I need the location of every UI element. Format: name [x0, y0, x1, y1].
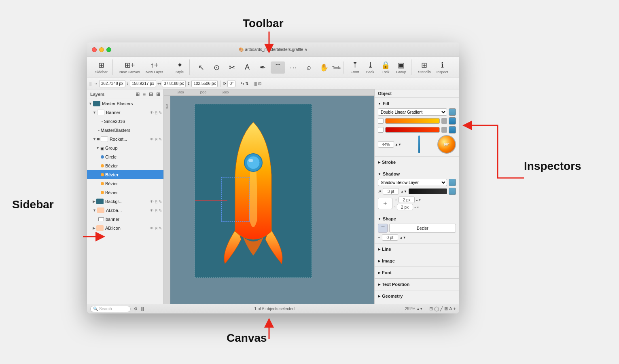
connect-tool[interactable]: ⋯ — [286, 62, 301, 73]
gradient-angle-dial[interactable]: 90° — [437, 135, 456, 154]
gradient-bar-orange[interactable] — [385, 118, 440, 124]
layer-abba[interactable]: ▼ AB:ba... 👁 ⎘ ✎ — [87, 206, 163, 215]
layer-background[interactable]: ▶ Backgr... 👁 ⎘ ✎ — [87, 197, 163, 206]
select-tool[interactable]: ↖ — [194, 62, 208, 73]
eye-icon6[interactable]: 👁 — [150, 208, 154, 213]
bt-icon4[interactable]: ⊠ — [444, 306, 448, 311]
layer-bezier4[interactable]: Bézier — [87, 188, 163, 197]
clip-tool[interactable]: ✂ — [225, 62, 239, 73]
font-header[interactable]: ▶ Font — [375, 269, 459, 277]
layers-icon2[interactable]: ≡ — [143, 91, 146, 97]
stroke-header[interactable]: ▶ Stroke — [375, 158, 459, 166]
zoom-stepper[interactable]: ▲▼ — [416, 307, 423, 311]
canvas-background[interactable] — [170, 96, 374, 304]
x-field[interactable]: 362.7348 px — [99, 80, 125, 87]
close-button[interactable] — [92, 47, 97, 52]
text-tool[interactable]: A — [240, 62, 254, 73]
shadow-x-value[interactable]: 2 px — [399, 197, 415, 203]
sidebar-toggle[interactable]: ||| — [141, 307, 144, 311]
new-layer-button[interactable]: ↑+ New Layer — [143, 60, 165, 75]
lock-icon5[interactable]: ⎘ — [155, 199, 157, 204]
lasso-tool[interactable]: ⊙ — [209, 62, 224, 73]
eye-icon5[interactable]: 👁 — [150, 199, 154, 204]
lock-icon2[interactable]: ⎘ — [155, 110, 157, 115]
layer-bezier-selected[interactable]: Bézier — [87, 170, 163, 179]
layer-abicon[interactable]: ▶ AB:icon 👁 ⎘ ✎ — [87, 224, 163, 233]
angle-field[interactable]: 0° — [227, 80, 235, 87]
lock-icon3[interactable]: ⎘ — [155, 137, 157, 142]
front-button[interactable]: ⤒ Front — [348, 59, 362, 75]
back-button[interactable]: ⤓ Back — [363, 59, 377, 75]
gear-icon[interactable]: ⚙ — [134, 307, 138, 311]
shadow-type-select[interactable]: Shadow Below Layer — [378, 179, 447, 186]
pen-tool[interactable]: ✒ — [255, 62, 270, 73]
gradient-bar-red[interactable] — [385, 127, 440, 133]
fill-percent-value[interactable]: 44% — [378, 141, 394, 148]
image-header[interactable]: ▶ Image — [375, 257, 459, 265]
shadow-y-value[interactable]: 2 px — [397, 204, 413, 210]
bt-icon5[interactable]: A — [449, 306, 452, 311]
shadow-type-btn[interactable] — [449, 179, 456, 186]
layer-group[interactable]: ▼ ▣ Group — [87, 144, 163, 152]
new-canvas-button[interactable]: ⊞+ New Canvas — [117, 59, 142, 75]
shadow-size-value[interactable]: 3 pt — [383, 188, 399, 195]
line-header[interactable]: ▶ Line — [375, 245, 459, 253]
layer-circle[interactable]: Circle — [87, 152, 163, 161]
lock-icon6[interactable]: ⎘ — [155, 208, 157, 213]
stencils-button[interactable]: ⊞ Stencils — [415, 59, 433, 75]
layer-bezier1[interactable]: Bézier — [87, 161, 163, 170]
eye-icon3[interactable]: 👁 — [150, 137, 154, 142]
shadow-x-spinners[interactable]: ▲▼ — [415, 199, 421, 201]
shadow-y-spinners[interactable]: ▲▼ — [414, 206, 420, 209]
lock-button[interactable]: 🔒 Lock — [378, 59, 393, 75]
layer-bezier3[interactable]: Bézier — [87, 179, 163, 188]
bezier-shape-label[interactable]: Bezier — [389, 224, 456, 233]
artboard[interactable] — [195, 104, 312, 278]
edit-icon3[interactable]: ✎ — [159, 137, 162, 142]
y-field[interactable]: 158.9217 px — [130, 80, 156, 87]
group-button[interactable]: ▣ Group — [394, 59, 409, 75]
bt-icon3[interactable]: ╱ — [440, 306, 443, 311]
edit-icon5[interactable]: ✎ — [159, 199, 162, 204]
corner-spinners[interactable]: ▲▼ — [400, 236, 406, 239]
shadow-header[interactable]: ▼ Shadow — [375, 170, 459, 178]
edit-icon6[interactable]: ✎ — [159, 208, 162, 213]
layer-master-blasters[interactable]: ▼ Master Blasters — [87, 99, 163, 108]
bt-icon6[interactable]: + — [454, 306, 456, 311]
canvas-area[interactable]: |400|500|600 200 — [164, 89, 374, 304]
h-field[interactable]: 102.5506 px — [191, 80, 218, 87]
fill-color-btn1[interactable] — [449, 117, 456, 125]
inspect-button[interactable]: ℹ Inspect — [434, 59, 451, 75]
fill-header[interactable]: ▼ Fill — [375, 99, 459, 108]
layer-masterblasters-text[interactable]: • MasterBlasters — [87, 126, 163, 135]
layer-banner[interactable]: ▼ Banner 👁 ⎘ ✎ — [87, 108, 163, 117]
fill-color-btn2[interactable] — [449, 126, 456, 133]
maximize-button[interactable] — [106, 47, 111, 52]
layers-icon1[interactable]: ⊞ — [136, 91, 140, 97]
bt-icon2[interactable]: ◯ — [434, 306, 439, 311]
w-field[interactable]: 37.8188 px — [162, 80, 186, 87]
shadow-color-bar[interactable] — [409, 188, 447, 194]
eye-icon[interactable]: 👁 — [150, 110, 154, 115]
layers-icon4[interactable]: ⊞ — [156, 91, 160, 97]
zoom-tool[interactable]: ⌕ — [301, 62, 316, 73]
flip-v-icon[interactable]: ⇅ — [245, 81, 248, 86]
minimize-button[interactable] — [99, 47, 104, 52]
shadow-plus-btn[interactable]: + — [378, 198, 392, 209]
percent-spinners[interactable]: ▲▼ — [395, 143, 401, 146]
flip-h-icon[interactable]: ⇆ — [241, 81, 244, 86]
shape-header[interactable]: ▼ Shape — [375, 215, 459, 223]
lock-icon7[interactable]: ⎘ — [155, 226, 157, 231]
layers-icon3[interactable]: ⊟ — [149, 91, 153, 97]
layer-since2016[interactable]: • Since2016 — [87, 117, 163, 126]
shadow-color-btn[interactable] — [449, 188, 456, 195]
hand-tool[interactable]: ✋ — [317, 62, 331, 73]
style-button[interactable]: ✦ Style — [172, 59, 187, 75]
bt-icon1[interactable]: ⊞ — [429, 306, 433, 311]
eye-icon7[interactable]: 👁 — [150, 226, 154, 231]
edit-icon[interactable]: ✎ — [159, 110, 162, 115]
fill-type-select[interactable]: Double Linear Gradient — [378, 108, 447, 116]
sidebar-button[interactable]: ⊞ Sidebar — [93, 59, 110, 75]
geometry-header[interactable]: ▶ Geometry — [375, 292, 459, 300]
fill-type-btn[interactable] — [449, 108, 456, 116]
